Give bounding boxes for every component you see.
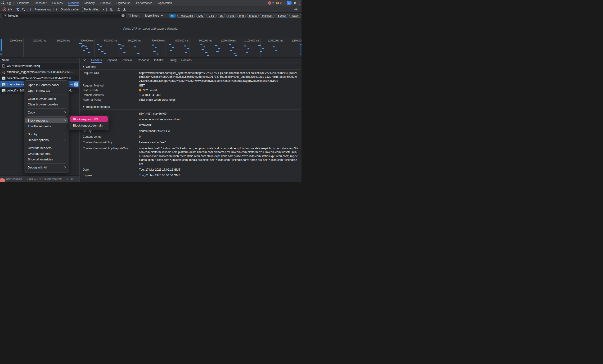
context-menu-item[interactable]: Copy — [24, 109, 69, 115]
main-tab[interactable]: Recorder — [32, 0, 49, 6]
detail-tab[interactable]: Headers — [89, 58, 104, 63]
filter-pill[interactable]: Socket — [276, 14, 288, 18]
context-menu-item[interactable]: Sort by — [24, 131, 69, 137]
header-name: Content-Security-Policy — [83, 141, 139, 145]
response-headers-section-header[interactable]: Response headers — [80, 104, 302, 109]
main-tab[interactable]: Console — [98, 0, 114, 6]
detail-tab[interactable]: Response — [134, 58, 151, 63]
row-ai-badge-icon[interactable] — [74, 82, 78, 86]
detail-tab[interactable]: Cookies — [179, 58, 194, 63]
context-menu-item[interactable]: Clear browser cookies — [24, 101, 69, 107]
name-column-header[interactable]: Name — [0, 58, 79, 63]
header-value: frame-ancestors 'self' — [139, 141, 302, 145]
filter-pill[interactable]: Wasm — [290, 14, 301, 18]
main-tab[interactable]: Elements — [14, 0, 32, 6]
filter-pill[interactable]: Fetch/XHR — [177, 14, 195, 18]
timeline-tick: 200,000 ms — [24, 38, 47, 57]
request-bar — [247, 48, 249, 49]
filter-pill[interactable]: Doc — [196, 14, 205, 18]
throttling-select[interactable]: No throttling — [82, 7, 107, 12]
request-bar — [88, 52, 90, 53]
export-har-icon[interactable] — [121, 7, 127, 12]
detail-tab[interactable]: Payload — [104, 58, 119, 63]
clear-filter-icon[interactable]: ✕ — [121, 14, 125, 17]
filter-pill[interactable]: Media — [247, 14, 259, 18]
warning-badge[interactable]: 2 — [276, 1, 282, 5]
network-overview[interactable]: 100,000 ms200,000 ms300,000 ms400,000 ms… — [0, 38, 302, 58]
timeline-tick: 1,200,000 ms — [261, 38, 284, 57]
image-icon — [2, 77, 5, 80]
search-icon[interactable] — [21, 7, 26, 12]
chevron-down-icon — [161, 15, 163, 16]
clear-network-log-icon[interactable] — [7, 7, 13, 12]
main-tab[interactable]: Lighthouse — [114, 0, 133, 6]
request-bar — [157, 54, 158, 55]
detail-tab[interactable]: Timing — [166, 58, 179, 63]
header-name: Referrer Policy — [83, 98, 139, 102]
header-value: 104.18.41.41:443 — [139, 93, 302, 97]
header-value: https://www.linkedin.com/px/li_sync?redi… — [139, 71, 302, 83]
context-menu-item[interactable]: Throttle requests — [24, 123, 69, 129]
invert-checkbox[interactable]: Invert — [128, 14, 139, 17]
context-menu-item[interactable]: Clear browser cache — [24, 96, 69, 101]
header-row: Date Tue, 17 Mar 2026 17:02:16 GMT — [80, 167, 302, 173]
filter-pill[interactable]: All — [169, 14, 176, 18]
context-menu-item[interactable]: Override headers — [24, 145, 69, 151]
settings-gear-icon[interactable] — [293, 1, 297, 5]
request-bar — [81, 47, 83, 47]
filter-input[interactable] — [8, 14, 120, 17]
request-bar — [120, 48, 122, 49]
context-menu-item[interactable]: Show all overrides — [24, 156, 69, 162]
overview-right-handle[interactable] — [300, 44, 302, 55]
request-name: wa/?medium=fetch&fmt=g — [7, 64, 40, 68]
main-tab[interactable]: Network — [65, 0, 81, 6]
main-tab[interactable]: Application — [155, 0, 175, 6]
request-bar — [203, 47, 205, 47]
request-bar — [123, 52, 126, 53]
status-item: 2.3 kB / 2,481 kB transferred — [24, 177, 64, 181]
header-value: 9ddd907add52c62f-SEA — [139, 129, 302, 133]
filter-pill[interactable]: Font — [226, 14, 236, 18]
submenu-chevron-icon — [64, 119, 66, 121]
inspect-element-icon[interactable] — [0, 0, 6, 6]
more-options-icon[interactable] — [299, 1, 300, 5]
error-badge[interactable]: 2 — [268, 1, 274, 5]
detail-tab[interactable]: Preview — [119, 58, 134, 63]
context-menu-item[interactable]: Block requests — [25, 117, 68, 123]
submenu-item[interactable]: Block request domain — [69, 122, 109, 129]
ai-assistant-icon[interactable] — [287, 1, 291, 5]
context-menu-item[interactable]: Open in Sources panel — [24, 82, 69, 88]
import-har-icon[interactable] — [116, 7, 121, 12]
device-toolbar-icon[interactable] — [6, 0, 12, 6]
close-icon[interactable] — [82, 58, 87, 63]
detail-tab[interactable]: Initiator — [151, 58, 165, 63]
filter-pill[interactable]: Img — [237, 14, 246, 18]
main-tab[interactable]: Memory — [81, 0, 97, 6]
overview-left-handle[interactable] — [0, 39, 2, 51]
image-icon — [2, 89, 5, 93]
network-settings-gear-icon[interactable] — [293, 7, 299, 12]
filter-pill[interactable]: CSS — [207, 14, 217, 18]
context-menu-item[interactable]: Debug with AI — [24, 164, 69, 170]
filter-icon[interactable] — [15, 7, 21, 12]
more-filters-button[interactable]: More filters — [145, 14, 163, 17]
context-menu-item[interactable]: Override content — [24, 151, 69, 156]
context-menu-item[interactable]: Open in new tab — [24, 88, 69, 93]
request-row[interactable]: wa/?medium=fetch&fmt=g — [0, 63, 79, 69]
filter-pill[interactable]: Manifest — [260, 14, 274, 18]
record-network-log-icon[interactable] — [1, 7, 7, 12]
submenu-item[interactable]: Block request URL — [70, 116, 108, 122]
network-conditions-icon[interactable] — [108, 7, 114, 12]
request-bar — [118, 44, 121, 45]
main-tab[interactable]: Sources — [49, 0, 65, 6]
request-bar — [187, 48, 189, 49]
preserve-log-checkbox[interactable]: Preserve log — [30, 8, 50, 11]
general-section-header[interactable]: General — [80, 64, 302, 70]
disable-cache-checkbox[interactable]: Disable cache — [56, 8, 78, 11]
header-value: Thu, 01 Jan 1970 00:00:00 GMT — [139, 174, 302, 177]
filter-pill[interactable]: JS — [218, 14, 225, 18]
request-row[interactable]: {..} attribution_trigger?pid=4726868%2C8… — [0, 69, 79, 75]
main-tab[interactable]: Performance — [133, 0, 155, 6]
main-tabs: ElementsRecorderSourcesNetworkMemoryCons… — [14, 0, 175, 6]
context-menu-item[interactable]: Header options — [24, 137, 69, 143]
